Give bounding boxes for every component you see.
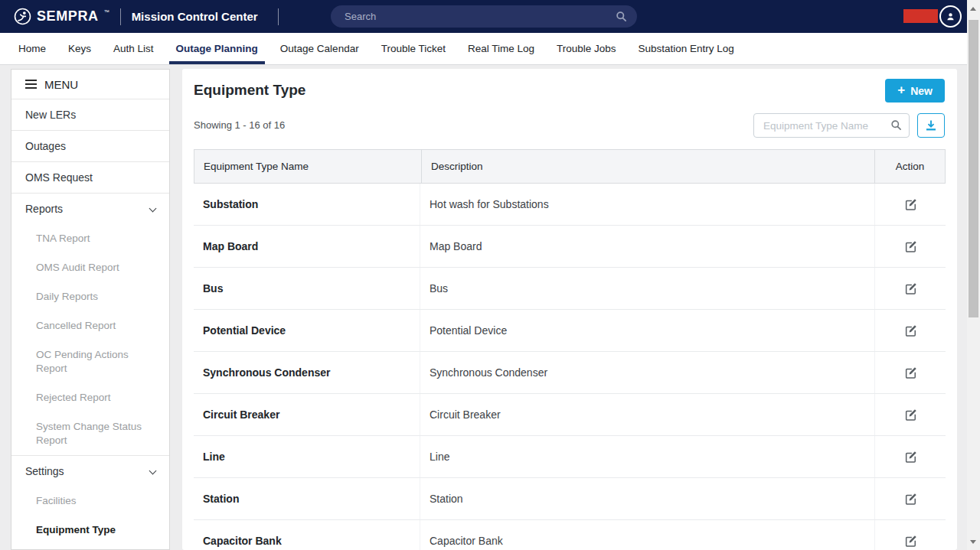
nav-tab-label: Home (18, 43, 46, 54)
equipment-type-name: Circuit Breaker (203, 408, 279, 421)
edit-pencil-icon (904, 324, 917, 337)
equipment-type-description: Station (430, 493, 463, 505)
showing-count: Showing 1 - 16 of 16 (194, 119, 285, 131)
equipment-type-name: Map Board (203, 240, 258, 252)
filter-search-input[interactable] (753, 113, 910, 138)
equipment-type-description: Circuit Breaker (430, 408, 501, 421)
sidebar-item[interactable]: Cancelled Report (11, 311, 169, 340)
edit-pencil-icon (904, 493, 917, 506)
edit-button[interactable] (902, 322, 920, 340)
nav-tab[interactable]: Outage Planning (169, 33, 265, 64)
primary-nav: Home Keys Auth List Outage Planning Outa… (0, 33, 980, 65)
scroll-up-arrow[interactable] (970, 7, 976, 11)
global-search (331, 5, 637, 28)
sidebar-item[interactable]: OMS Audit Report (11, 253, 169, 282)
equipment-type-name: Line (203, 451, 225, 463)
search-icon (616, 11, 627, 22)
table-row: Map Board Map Board (194, 226, 946, 268)
sidebar-item[interactable]: Reports (11, 193, 169, 224)
sidebar-item-label: Rejected Report (36, 392, 111, 403)
sidebar-item-label: Facilities (36, 495, 77, 506)
sidebar-item[interactable]: System Change Status Report (11, 412, 169, 455)
sidebar-item-label: OMS Audit Report (36, 262, 119, 273)
sidebar-item-label: System Change Status Report (36, 421, 142, 446)
sidebar-item[interactable]: Outages (11, 130, 169, 161)
nav-tab[interactable]: Outage Calendar (273, 33, 366, 64)
edit-button[interactable] (902, 196, 920, 213)
sidebar-item[interactable]: Rejected Report (11, 383, 169, 412)
sidebar-item-label: New LERs (25, 109, 76, 121)
sidebar-item[interactable]: OC Pending Actions Report (11, 340, 169, 383)
equipment-type-description: Line (430, 451, 449, 463)
table-header-row: Equipment Type Name Description Action (194, 149, 946, 184)
edit-pencil-icon (904, 451, 917, 464)
global-search-input[interactable] (331, 5, 637, 28)
equipment-type-description: Potential Device (430, 324, 507, 337)
sidebar-item[interactable]: Facilities (11, 487, 169, 516)
nav-tab[interactable]: Trouble Ticket (374, 33, 452, 64)
sidebar-item-label: Daily Reports (36, 291, 98, 302)
table-row: Capacitor Bank Capacitor Bank (194, 520, 946, 550)
new-button-label: New (910, 85, 933, 97)
export-download-button[interactable] (917, 113, 945, 138)
edit-button[interactable] (902, 364, 920, 382)
hamburger-icon (25, 80, 37, 89)
chevron-down-icon (149, 205, 157, 213)
sidebar-item-label: TNA Report (36, 233, 90, 244)
nav-tab[interactable]: Auth List (106, 33, 161, 64)
sidebar-item[interactable]: Equipment Type (11, 516, 169, 545)
sidebar-item[interactable]: Settings (11, 455, 169, 487)
person-icon (945, 11, 956, 22)
user-avatar-button[interactable] (939, 5, 962, 28)
edit-button[interactable] (902, 532, 920, 550)
nav-tab-label: Substation Entry Log (639, 43, 734, 54)
edit-button[interactable] (902, 490, 920, 508)
equipment-type-description: Synchronous Condenser (430, 366, 547, 379)
nav-tab-label: Auth List (113, 43, 154, 54)
scroll-down-arrow[interactable] (970, 540, 976, 544)
sidebar-item-label: Cancelled Report (36, 320, 116, 331)
brand-name: SEMPRA (37, 8, 99, 24)
header-divider (278, 8, 279, 25)
sidebar-item[interactable]: New LERs (11, 99, 169, 130)
new-button[interactable]: + New (885, 79, 945, 103)
edit-pencil-icon (904, 535, 917, 548)
equipment-type-name: Synchronous Condenser (203, 366, 330, 379)
nav-tab-label: Real Time Log (468, 43, 534, 54)
nav-tab-label: Outage Planning (176, 43, 258, 54)
nav-tab[interactable]: Real Time Log (461, 33, 541, 64)
nav-tab[interactable]: Trouble Jobs (550, 33, 623, 64)
edit-button[interactable] (902, 238, 920, 255)
vertical-scrollbar (967, 0, 980, 550)
download-icon (925, 119, 937, 132)
nav-tab-label: Keys (68, 43, 91, 54)
scrollbar-thumb[interactable] (969, 20, 978, 317)
brand-trademark: ™ (104, 9, 109, 15)
sidebar-item[interactable]: OMS Request (11, 161, 169, 193)
edit-button[interactable] (902, 280, 920, 298)
sidebar-item[interactable]: Daily Reports (11, 282, 169, 311)
sidebar-item-label: OMS Request (25, 171, 93, 184)
nav-tab-label: Trouble Ticket (381, 43, 446, 54)
edit-pencil-icon (904, 366, 917, 379)
menu-toggle[interactable]: MENU (11, 70, 169, 99)
sidebar-item[interactable]: TNA Report (11, 224, 169, 253)
equipment-type-description: Capacitor Bank (430, 535, 503, 547)
nav-tab[interactable]: Home (11, 33, 53, 64)
sempra-logo-icon (14, 8, 31, 25)
equipment-type-name: Substation (203, 198, 258, 210)
header-divider (120, 8, 121, 25)
equipment-type-name: Potential Device (203, 324, 286, 337)
edit-pencil-icon (904, 198, 917, 211)
edit-pencil-icon (904, 240, 917, 253)
equipment-type-name: Bus (203, 282, 223, 295)
search-icon (890, 119, 902, 131)
nav-tab[interactable]: Keys (61, 33, 98, 64)
nav-tab[interactable]: Substation Entry Log (632, 33, 741, 64)
edit-button[interactable] (902, 448, 920, 466)
table-row: Bus Bus (194, 268, 946, 310)
equipment-type-name: Capacitor Bank (203, 535, 282, 547)
edit-button[interactable] (902, 406, 920, 424)
sidebar-item-label: Reports (25, 203, 63, 215)
table-row: Synchronous Condenser Synchronous Conden… (194, 352, 946, 394)
